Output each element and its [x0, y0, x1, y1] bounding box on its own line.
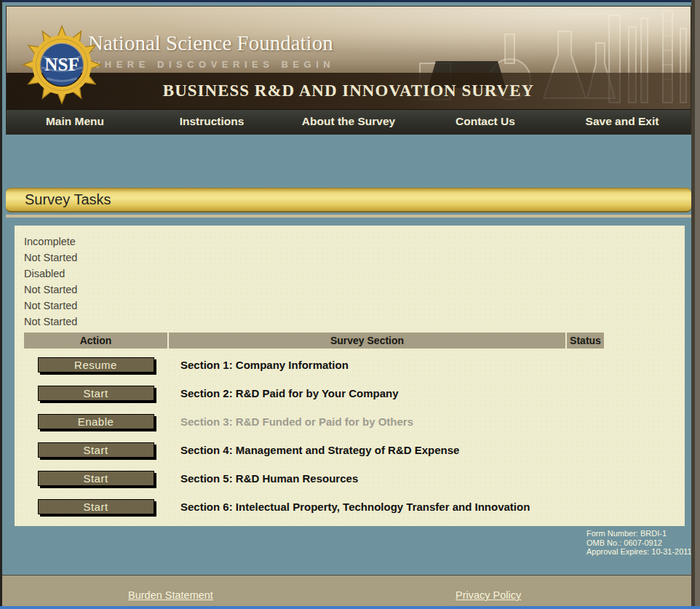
column-header-status: Status	[567, 333, 604, 349]
survey-title-band: BUSINESS R&D AND INNOVATION SURVEY	[7, 73, 691, 109]
column-header-action: Action	[24, 333, 167, 349]
org-name: National Science Foundation	[88, 31, 333, 55]
approval-expires: Approval Expires: 10-31-2011	[586, 547, 692, 557]
start-button-section-4[interactable]: Start	[38, 442, 154, 458]
enable-button-section-3[interactable]: Enable	[38, 414, 154, 429]
nav-item-main-menu[interactable]: Main Menu	[7, 110, 143, 134]
nsf-banner: BUSINESS R&D AND INNOVATION SURVEY	[6, 6, 691, 135]
table-row: Start Section 2: R&D Paid for by Your Co…	[24, 379, 685, 407]
column-header-section: Survey Section	[169, 333, 565, 349]
status-text: Not Started	[24, 300, 685, 316]
nav-item-instructions[interactable]: Instructions	[143, 110, 280, 134]
section-label: Section 1: Company Information	[167, 359, 349, 371]
table-row: Start Section 5: R&D Human Resources	[24, 464, 685, 493]
resume-button-section-1[interactable]: Resume	[38, 357, 154, 373]
section-label: Section 5: R&D Human Resources	[167, 472, 358, 485]
section-label: Section 6: Intelectual Property, Technol…	[167, 501, 530, 513]
start-button-section-2[interactable]: Start	[38, 386, 154, 401]
title-bar-underline	[6, 215, 691, 218]
status-text: Incomplete	[24, 236, 685, 252]
section-label: Section 2: R&D Paid for by Your Company	[167, 387, 399, 399]
survey-tasks-panel: Incomplete Not Started Disabled Not Star…	[15, 226, 685, 526]
nsf-logo-text: NSF	[44, 55, 79, 74]
window-frame-right-outer	[695, 0, 700, 609]
survey-app-window: BUSINESS R&D AND INNOVATION SURVEY	[0, 0, 700, 609]
page-title-bar: Survey Tasks	[6, 188, 691, 212]
section-label: Section 4: Management and Strategy of R&…	[167, 444, 459, 456]
form-number: Form Number: BRDI-1	[586, 529, 692, 538]
section-label-disabled: Section 3: R&D Funded or Paid for by Oth…	[167, 415, 413, 428]
nav-item-contact-us[interactable]: Contact Us	[417, 110, 554, 134]
status-text: Not Started	[24, 316, 685, 332]
omb-number: OMB No.: 0607-0912	[586, 538, 692, 548]
nsf-logo: NSF	[21, 24, 103, 106]
window-frame-bottom	[0, 606, 700, 609]
status-text: Disabled	[24, 268, 685, 284]
main-nav: Main Menu Instructions About the Survey …	[7, 109, 691, 134]
status-text: Not Started	[24, 252, 685, 268]
nav-item-save-exit[interactable]: Save and Exit	[554, 110, 691, 134]
table-header-row: Action Survey Section Status	[24, 333, 685, 349]
form-info-block: Form Number: BRDI-1 OMB No.: 0607-0912 A…	[586, 529, 692, 557]
table-row: Start Section 4: Management and Strategy…	[24, 436, 685, 464]
window-frame-top	[0, 0, 700, 2]
window-frame-left	[0, 0, 2, 609]
privacy-policy-link[interactable]: Privacy Policy	[456, 589, 521, 601]
survey-title: BUSINESS R&D AND INNOVATION SURVEY	[7, 73, 691, 109]
org-tagline: WHERE DISCOVERIES BEGIN	[91, 59, 335, 70]
start-button-section-6[interactable]: Start	[38, 499, 154, 514]
burden-statement-link[interactable]: Burden Statement	[128, 589, 213, 601]
nav-item-about-survey[interactable]: About the Survey	[280, 110, 417, 134]
table-row: Resume Section 1: Company Information	[24, 351, 685, 379]
table-row: Enable Section 3: R&D Funded or Paid for…	[24, 407, 685, 436]
start-button-section-5[interactable]: Start	[38, 471, 154, 486]
status-text: Not Started	[24, 284, 685, 300]
table-row: Start Section 6: Intelectual Property, T…	[24, 493, 685, 521]
page-title: Survey Tasks	[6, 188, 691, 210]
footer-band: Burden Statement Privacy Policy	[0, 575, 700, 606]
